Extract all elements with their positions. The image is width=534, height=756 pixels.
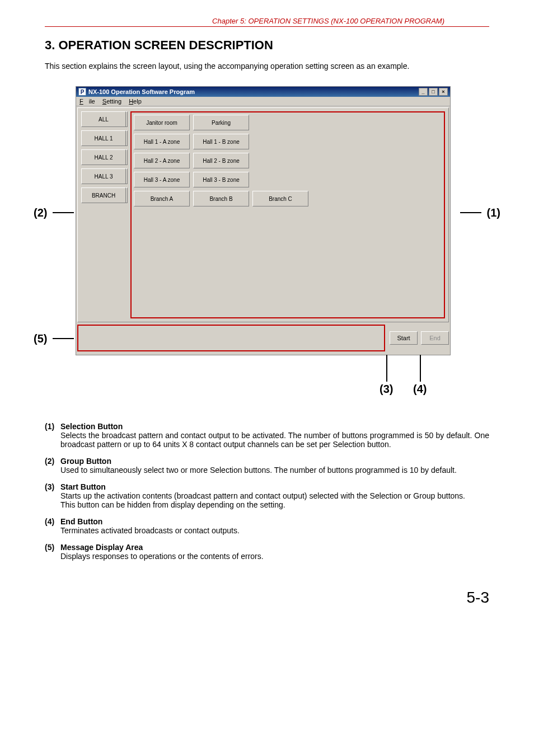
- menu-file[interactable]: File: [79, 98, 95, 105]
- minimize-icon[interactable]: _: [419, 88, 428, 96]
- desc-item-4: (4)End Button Terminates activated broad…: [45, 517, 489, 535]
- app-icon: P: [78, 88, 86, 96]
- section-title: 3. OPERATION SCREEN DESCRIPTION: [45, 38, 489, 53]
- desc-num: (1): [45, 422, 60, 431]
- selection-button[interactable]: Branch A: [134, 191, 190, 206]
- selection-button[interactable]: Hall 2 - B zone: [193, 153, 249, 168]
- description-list: (1)Selection Button Selects the broadcas…: [45, 422, 489, 561]
- figure: P NX-100 Operation Software Program _ □ …: [34, 86, 500, 405]
- desc-body: Selects the broadcast pattern and contac…: [60, 431, 489, 449]
- desc-item-3: (3)Start Button Starts up the activation…: [45, 482, 489, 509]
- callout-5: (5): [34, 332, 47, 345]
- desc-item-1: (1)Selection Button Selects the broadcas…: [45, 422, 489, 449]
- group-button[interactable]: BRANCH: [81, 187, 126, 203]
- desc-num: (2): [45, 457, 60, 466]
- selection-button[interactable]: Hall 2 - A zone: [134, 153, 190, 168]
- window-controls: _ □ ×: [419, 88, 448, 96]
- desc-title: Start Button: [60, 482, 106, 491]
- callout-1: (1): [487, 206, 500, 219]
- window-title: NX-100 Operation Software Program: [88, 88, 195, 95]
- content-area: ALL HALL 1 HALL 2 HALL 3 BRANCH Janitor …: [77, 107, 449, 322]
- group-button[interactable]: HALL 2: [81, 149, 126, 165]
- callout-2-line: [53, 212, 74, 213]
- start-button[interactable]: Start: [390, 331, 418, 345]
- desc-num: (4): [45, 517, 60, 526]
- callout-5-line: [53, 338, 74, 339]
- app-window: P NX-100 Operation Software Program _ □ …: [76, 86, 451, 355]
- callout-2: (2): [34, 206, 47, 219]
- callout-3: (3): [380, 383, 393, 396]
- selection-grid: Janitor room Parking Hall 1 - A zone Hal…: [130, 111, 445, 318]
- maximize-icon[interactable]: □: [429, 88, 438, 96]
- menu-help[interactable]: Help: [129, 98, 142, 105]
- selection-button[interactable]: Hall 1 - A zone: [134, 134, 190, 149]
- group-button[interactable]: HALL 3: [81, 168, 126, 184]
- desc-title: Group Button: [60, 457, 111, 466]
- desc-title: End Button: [60, 517, 102, 526]
- desc-body: Displays responses to operations or the …: [60, 552, 489, 561]
- selection-button[interactable]: Branch C: [252, 191, 308, 206]
- callout-1-line: [460, 212, 481, 213]
- desc-item-5: (5)Message Display Area Displays respons…: [45, 543, 489, 561]
- menubar: File Setting Help: [76, 97, 450, 106]
- bottom-row: Start End: [77, 325, 449, 351]
- selection-button[interactable]: Hall 3 - B zone: [193, 172, 249, 187]
- selection-button[interactable]: Hall 1 - B zone: [193, 134, 249, 149]
- intro-text: This section explains the screen layout,…: [45, 62, 489, 71]
- group-button[interactable]: ALL: [81, 111, 126, 127]
- selection-button[interactable]: Hall 3 - A zone: [134, 172, 190, 187]
- menu-setting[interactable]: Setting: [102, 98, 121, 105]
- message-display-area: [77, 325, 385, 351]
- chapter-header: Chapter 5: OPERATION SETTINGS (NX-100 OP…: [45, 17, 489, 27]
- selection-button[interactable]: Janitor room: [134, 115, 190, 130]
- desc-body: Used to simultaneously select two or mor…: [60, 466, 489, 475]
- desc-title: Selection Button: [60, 422, 123, 431]
- desc-num: (5): [45, 543, 60, 552]
- callout-4: (4): [413, 383, 427, 396]
- desc-title: Message Display Area: [60, 543, 143, 552]
- titlebar: P NX-100 Operation Software Program _ □ …: [76, 87, 450, 97]
- close-icon[interactable]: ×: [439, 88, 448, 96]
- selection-button[interactable]: Branch B: [193, 191, 249, 206]
- end-button[interactable]: End: [421, 331, 449, 345]
- desc-num: (3): [45, 482, 60, 491]
- callout-4-line: [420, 355, 421, 382]
- callout-3-line: [386, 355, 387, 382]
- group-button[interactable]: HALL 1: [81, 130, 126, 146]
- desc-item-2: (2)Group Button Used to simultaneously s…: [45, 457, 489, 475]
- selection-button[interactable]: Parking: [193, 115, 249, 130]
- desc-body: Starts up the activation contents (broad…: [60, 491, 489, 509]
- page-number: 5-3: [0, 589, 489, 607]
- desc-body: Terminates activated broadcasts or conta…: [60, 526, 489, 535]
- group-button-column: ALL HALL 1 HALL 2 HALL 3 BRANCH: [81, 111, 126, 318]
